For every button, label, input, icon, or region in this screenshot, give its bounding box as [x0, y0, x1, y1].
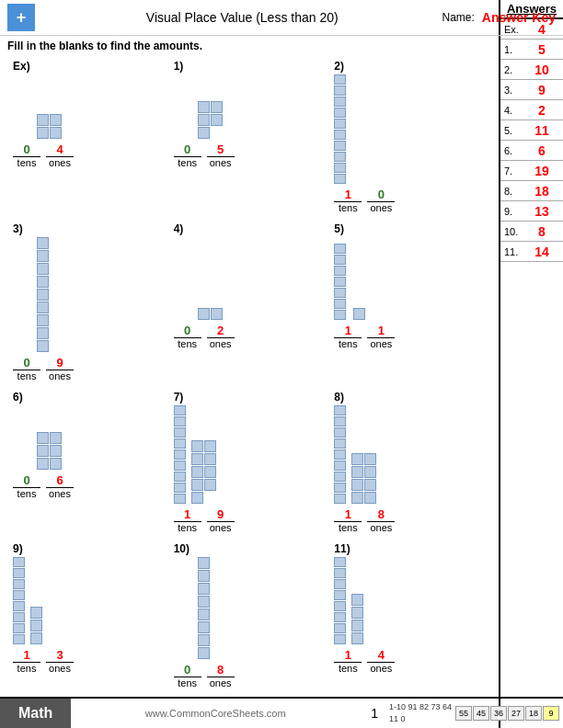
answer-value-8: 18 — [524, 184, 559, 199]
answer-row-2: 2. 10 — [500, 60, 563, 80]
footer-stats: 1-10 91 82 73 64 11 0 — [389, 701, 455, 724]
problem-11: 11) 1 — [328, 539, 489, 692]
footer-box-27: 27 — [508, 706, 524, 721]
tens-label-8: tens — [334, 522, 362, 533]
ones-blocks-4 — [198, 308, 223, 320]
problem-8-label: 8) — [334, 391, 484, 404]
tens-value-11: 1 — [334, 648, 362, 663]
place-value-1: 0 tens 5 ones — [174, 142, 324, 168]
place-value-11: 1 tens 4 ones — [334, 648, 484, 674]
ones-value-3: 9 — [46, 356, 74, 370]
problem-7-blocks — [174, 405, 324, 504]
answer-value-3: 9 — [524, 83, 559, 97]
ones-value-4: 2 — [207, 324, 235, 338]
ones-value-2: 0 — [367, 188, 395, 202]
ones-label-8: ones — [367, 522, 395, 533]
tens-value-1: 0 — [174, 142, 201, 157]
ones-blocks-9 — [30, 607, 42, 644]
ones-blocks-6 — [37, 432, 69, 470]
ones-label-2: ones — [367, 202, 395, 213]
logo: + — [7, 4, 35, 31]
problem-4-blocks — [174, 237, 324, 320]
tens-label-7: tens — [174, 522, 201, 533]
tens-label-9: tens — [13, 663, 40, 674]
ones-value-7: 9 — [207, 507, 235, 522]
answer-row-7: 7. 19 — [500, 161, 563, 181]
place-value-8: 1 tens 8 ones — [334, 507, 484, 533]
ones-value-1: 5 — [207, 142, 235, 157]
tens-label-2: tens — [334, 202, 362, 213]
answer-label-10: 10. — [504, 226, 524, 237]
tens-label-11: tens — [334, 663, 362, 674]
ones-label-5: ones — [367, 338, 395, 349]
tens-blocks-8 — [334, 405, 346, 504]
problem-7-label: 7) — [174, 391, 324, 404]
ones-blocks-11 — [351, 594, 363, 644]
name-label: Name: — [442, 11, 475, 24]
problem-4-label: 4) — [174, 222, 324, 235]
answer-row-5: 5. 11 — [500, 120, 563, 141]
ones-value-5: 1 — [367, 324, 395, 338]
ones-blocks-8 — [351, 453, 384, 504]
tens-value-2: 1 — [334, 188, 362, 202]
answer-value-9: 13 — [524, 204, 559, 219]
answer-row-3: 3. 9 — [500, 80, 563, 100]
tens-value-10: 0 — [174, 663, 201, 677]
problem-2-label: 2) — [334, 60, 484, 73]
answer-label-5: 5. — [504, 125, 524, 136]
tens-value-9: 1 — [13, 648, 40, 663]
problem-6: 6) 0 tens 6 ones — [7, 387, 168, 537]
answer-value-2: 10 — [524, 63, 559, 77]
ones-value-11: 4 — [367, 648, 395, 663]
ones-blocks-5 — [353, 308, 365, 320]
tens-label-10: tens — [174, 677, 201, 688]
ones-blocks-1 — [198, 101, 230, 139]
tens-label-4: tens — [174, 338, 201, 349]
answer-label-4: 4. — [504, 105, 524, 116]
ones-label-3: ones — [46, 370, 74, 381]
answer-value-1: 5 — [524, 42, 559, 57]
answer-value-7: 19 — [524, 164, 559, 178]
problem-7: 7) — [168, 387, 329, 537]
example-blocks — [13, 74, 163, 139]
footer-url: www.CommonCoreSheets.com — [71, 708, 360, 719]
footer-stats-line1: 1-10 91 82 73 64 — [389, 701, 452, 713]
ones-label-4: ones — [207, 338, 235, 349]
ones-value-ex: 4 — [46, 142, 74, 157]
ones-label-7: ones — [207, 522, 235, 533]
answer-row-10: 10. 8 — [500, 222, 563, 242]
answer-value-5: 11 — [524, 123, 559, 138]
problem-11-blocks — [334, 557, 484, 644]
problem-10: 10) 0 tens 8 ones — [168, 539, 329, 692]
ones-blocks-7 — [191, 440, 224, 504]
problem-11-label: 11) — [334, 542, 484, 555]
ones-label-11: ones — [367, 663, 395, 674]
answer-row-9: 9. 13 — [500, 201, 563, 222]
ones-value-8: 8 — [367, 507, 395, 522]
ones-value-9: 3 — [46, 648, 74, 663]
ones-blocks-3 — [37, 237, 49, 352]
tens-blocks-5 — [334, 244, 346, 320]
tens-blocks-9 — [13, 557, 25, 644]
tens-label-6: tens — [13, 488, 40, 499]
answer-label-11: 11. — [504, 246, 524, 257]
main-content: Fill in the blanks to find the amounts. … — [0, 36, 497, 698]
page-title: Visual Place Value (Less than 20) — [42, 10, 442, 25]
problem-6-blocks — [13, 405, 163, 470]
problem-1-label: 1) — [174, 60, 324, 73]
ones-blocks-10 — [198, 557, 210, 659]
problem-9-label: 9) — [13, 542, 163, 555]
tens-value-7: 1 — [174, 507, 201, 522]
tens-label-ex: tens — [13, 157, 40, 168]
tens-value-5: 1 — [334, 324, 362, 338]
problem-3: 3) 0 tens 9 ones — [7, 219, 168, 385]
answer-value-6: 6 — [524, 143, 559, 158]
problem-1: 1) 0 tens — [168, 56, 329, 217]
answer-key-label: Answer Key — [482, 10, 556, 25]
ones-label-1: ones — [207, 157, 235, 168]
ones-blocks-ex — [37, 114, 69, 139]
tens-blocks-2 — [334, 74, 346, 184]
place-value-7: 1 tens 9 ones — [174, 507, 324, 533]
place-value-2: 1 tens 0 ones — [334, 188, 484, 213]
place-value-9: 1 tens 3 ones — [13, 648, 163, 674]
